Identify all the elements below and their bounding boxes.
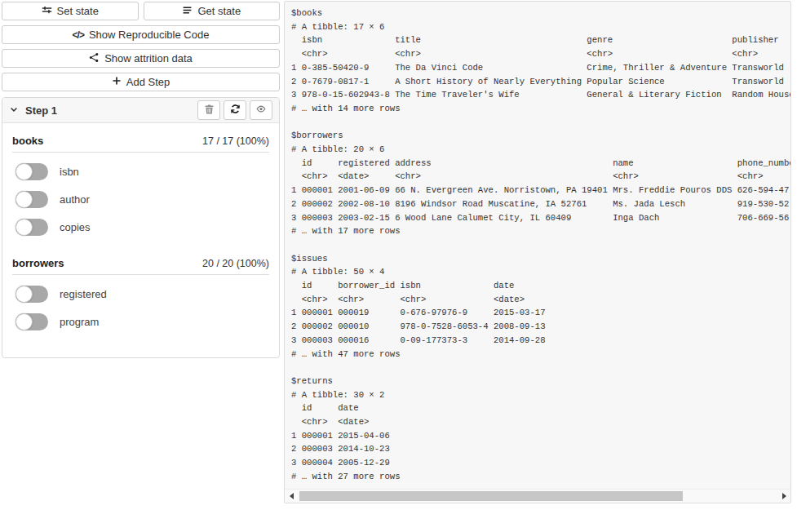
console-line: 1 000001 2015-04-06	[291, 429, 790, 443]
field-section: borrowers 20 / 20 (100%) registered prog…	[12, 257, 269, 330]
trash-icon	[204, 104, 215, 117]
console-line: $books	[291, 7, 790, 20]
toggle-row: copies	[15, 219, 266, 236]
view-step-button[interactable]	[250, 100, 272, 120]
console-line: $returns	[291, 375, 790, 388]
toggle-knob	[15, 313, 33, 330]
set-state-button[interactable]: Set state	[2, 2, 139, 20]
toggle-switch[interactable]	[15, 163, 48, 180]
console-line: id date	[291, 401, 790, 415]
section-count: 20 / 20 (100%)	[202, 258, 269, 269]
add-step-button[interactable]: Add Step	[2, 73, 280, 91]
console-line: id borrower_id isbn date	[291, 279, 790, 293]
toggle-row: isbn	[15, 163, 266, 180]
field-section: books 17 / 17 (100%) isbn author copies	[12, 135, 269, 236]
sync-icon	[230, 104, 241, 117]
toggle-label: registered	[60, 288, 107, 300]
console-line: # A tibble: 17 × 6	[291, 20, 790, 34]
console-line: <chr> <date> <chr> <chr> <chr>	[291, 170, 790, 184]
get-state-label: Get state	[197, 5, 241, 17]
console-block: $returns# A tibble: 30 × 2 id date <chr>…	[291, 375, 790, 484]
toggle-switch[interactable]	[15, 219, 48, 236]
console-line: 3 978-0-15-602943-8 The Time Traveler's …	[291, 88, 790, 102]
console-line: 2 000003 2014-10-23	[291, 442, 790, 456]
set-state-label: Set state	[57, 5, 99, 17]
toggle-knob	[15, 163, 33, 180]
console-line: # A tibble: 50 × 4	[291, 265, 790, 279]
console-line: 2 0-7679-0817-1 A Short History of Nearl…	[291, 75, 790, 89]
scroll-left-arrow-icon[interactable]	[285, 490, 298, 503]
scroll-right-arrow-icon[interactable]	[777, 490, 790, 503]
toggle-label: copies	[60, 221, 91, 233]
console-line: 3 000003 000016 0-09-177373-3 2014-09-28	[291, 334, 790, 348]
console-line: $issues	[291, 252, 790, 266]
console-line: 3 000004 2005-12-29	[291, 456, 790, 470]
console-line: # … with 14 more rows	[291, 102, 790, 116]
section-name: borrowers	[12, 257, 64, 269]
chevron-down-icon	[9, 103, 19, 117]
console-line: id registered address name phone_number	[291, 157, 790, 171]
delete-step-button[interactable]	[197, 100, 220, 120]
console-line: 1 0-385-50420-9 The Da Vinci Code Crime,…	[291, 61, 790, 75]
horizontal-scrollbar[interactable]	[285, 489, 790, 503]
show-attrition-label: Show attrition data	[104, 52, 193, 64]
add-step-label: Add Step	[126, 76, 170, 88]
scrollbar-track[interactable]	[298, 490, 777, 503]
toggle-knob	[15, 219, 33, 236]
console-line: # A tibble: 20 × 6	[291, 143, 790, 157]
sliders-icon	[42, 5, 52, 18]
plus-icon	[112, 76, 122, 88]
console-line: 1 000001 000019 0-676-97976-9 2015-03-17	[291, 306, 790, 320]
console-line: 2 000002 000010 978-0-7528-6053-4 2008-0…	[291, 320, 790, 334]
console-block: $issues# A tibble: 50 × 4 id borrower_id…	[291, 252, 790, 361]
console-block: $books# A tibble: 17 × 6 isbn title genr…	[291, 7, 790, 116]
left-panel: Set state Get state </> Show Reproducibl…	[2, 2, 280, 358]
step-title: Step 1	[25, 104, 57, 117]
toggle-switch[interactable]	[15, 313, 48, 330]
toggle-list: isbn author copies	[12, 163, 269, 236]
show-reproducible-code-button[interactable]: </> Show Reproducible Code	[2, 25, 280, 44]
toggle-row: program	[15, 313, 266, 330]
section-name: books	[12, 135, 43, 147]
network-icon	[89, 52, 100, 65]
console-line: <chr> <chr> <chr> <date>	[291, 293, 790, 307]
code-icon: </>	[73, 29, 84, 41]
console-line: <chr> <date>	[291, 415, 790, 429]
console-line: isbn title genre publisher	[291, 33, 790, 47]
console-output: $books# A tibble: 17 × 6 isbn title genr…	[285, 2, 790, 489]
step-sections: books 17 / 17 (100%) isbn author copies …	[2, 123, 279, 357]
console-line: # … with 17 more rows	[291, 224, 790, 238]
console-line: 3 000003 2003-02-15 6 Wood Lane Calumet …	[291, 211, 790, 225]
toggle-switch[interactable]	[15, 191, 48, 208]
toggle-knob	[15, 191, 33, 208]
section-count: 17 / 17 (100%)	[202, 135, 269, 147]
toggle-switch[interactable]	[15, 286, 48, 303]
show-code-label: Show Reproducible Code	[89, 29, 209, 41]
get-state-button[interactable]: Get state	[144, 2, 281, 20]
step-header[interactable]: Step 1	[2, 98, 279, 123]
console-line: 1 000001 2001-06-09 66 N. Evergreen Ave.…	[291, 184, 790, 197]
show-attrition-data-button[interactable]: Show attrition data	[2, 49, 280, 68]
toggle-label: author	[60, 193, 90, 206]
toggle-row: author	[15, 191, 266, 208]
reset-step-button[interactable]	[224, 100, 246, 120]
console-panel: $books# A tibble: 17 × 6 isbn title genr…	[284, 1, 791, 503]
toggle-list: registered program	[12, 286, 269, 330]
toggle-row: registered	[15, 286, 266, 303]
toggle-label: isbn	[60, 166, 79, 178]
toggle-label: program	[60, 316, 99, 328]
list-icon	[182, 5, 193, 18]
console-line: # … with 27 more rows	[291, 470, 790, 484]
eye-icon	[255, 104, 267, 117]
console-block: $borrowers# A tibble: 20 × 6 id register…	[291, 129, 790, 238]
console-line: $borrowers	[291, 129, 790, 143]
console-line: # A tibble: 30 × 2	[291, 388, 790, 402]
console-line: 2 000002 2002-08-10 8196 Windsor Road Mu…	[291, 197, 790, 211]
step-card: Step 1	[2, 97, 280, 358]
console-line: # … with 47 more rows	[291, 348, 790, 361]
console-line: <chr> <chr> <chr> <chr>	[291, 47, 790, 61]
scrollbar-thumb[interactable]	[299, 491, 683, 501]
toggle-knob	[15, 286, 33, 303]
